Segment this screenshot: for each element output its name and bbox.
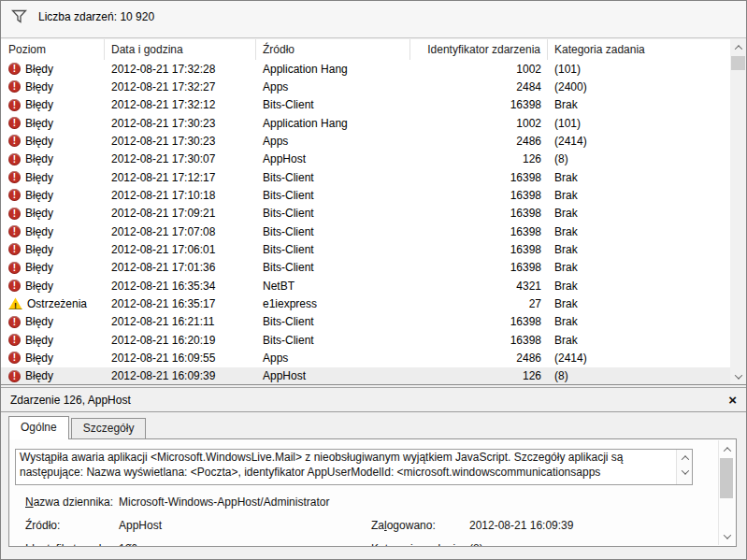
event-id-cell: 4321 bbox=[410, 277, 548, 294]
table-row[interactable]: Błędy 2012-08-21 17:12:17 Bits-Client 16… bbox=[1, 168, 730, 186]
event-id-cell: 16398 bbox=[410, 240, 548, 258]
level-cell: Błędy bbox=[25, 171, 53, 184]
event-id-cell: 16398 bbox=[410, 259, 548, 277]
event-id-cell: 2486 bbox=[410, 132, 548, 150]
scroll-up-arrow-icon[interactable] bbox=[677, 451, 693, 465]
event-id-cell: 27 bbox=[410, 294, 548, 312]
source-cell: Apps bbox=[256, 132, 410, 150]
scroll-down-arrow-icon[interactable] bbox=[730, 368, 746, 384]
category-cell: (8) bbox=[548, 151, 730, 168]
table-row[interactable]: Błędy 2012-08-21 17:06:01 Bits-Client 16… bbox=[1, 240, 730, 258]
event-id-label: Identyfikator zdarzenia: bbox=[25, 542, 119, 547]
table-row[interactable]: Błędy 2012-08-21 17:30:23 Application Ha… bbox=[1, 114, 730, 132]
event-description: Wystąpiła awaria aplikacji <Microsoft.Wi… bbox=[16, 450, 692, 480]
datetime-cell: 2012-08-21 17:07:08 bbox=[105, 223, 256, 240]
category-cell: Brak bbox=[548, 223, 730, 240]
error-icon bbox=[8, 243, 21, 255]
event-id-cell: 1002 bbox=[410, 114, 548, 132]
tab-details[interactable]: Szczegóły bbox=[71, 418, 147, 438]
error-icon bbox=[8, 316, 21, 328]
table-row[interactable]: Błędy 2012-08-21 17:30:07 AppHost 126 (8… bbox=[1, 151, 730, 168]
column-header-event-id[interactable]: Identyfikator zdarzenia bbox=[410, 39, 548, 60]
datetime-cell: 2012-08-21 17:30:07 bbox=[105, 151, 256, 168]
level-cell: Błędy bbox=[25, 63, 53, 76]
source-cell: Bits-Client bbox=[256, 186, 410, 204]
table-row[interactable]: Błędy 2012-08-21 17:10:18 Bits-Client 16… bbox=[1, 186, 730, 204]
table-row[interactable]: Błędy 2012-08-21 17:07:08 Bits-Client 16… bbox=[1, 223, 730, 240]
category-cell: Brak bbox=[548, 168, 730, 186]
tab-general-content: Wystąpiła awaria aplikacji <Microsoft.Wi… bbox=[8, 438, 737, 547]
log-name-value: Microsoft-Windows-AppHost/Administrator bbox=[119, 495, 329, 509]
category-value: (8) bbox=[469, 542, 483, 547]
scroll-up-arrow-icon[interactable] bbox=[730, 39, 746, 55]
source-cell: AppHost bbox=[256, 151, 410, 168]
category-cell: Brak bbox=[548, 186, 730, 204]
datetime-cell: 2012-08-21 17:06:01 bbox=[105, 240, 256, 258]
table-row[interactable]: Błędy 2012-08-21 17:09:21 Bits-Client 16… bbox=[1, 205, 730, 223]
details-scrollbar[interactable] bbox=[718, 440, 733, 545]
scrollbar-thumb[interactable] bbox=[731, 56, 745, 70]
details-tabs: Ogólne Szczegóły bbox=[1, 412, 746, 438]
table-row[interactable]: Błędy 2012-08-21 17:01:36 Bits-Client 16… bbox=[1, 259, 730, 277]
details-title-bar: Zdarzenie 126, AppHost × bbox=[1, 388, 746, 412]
category-cell: Brak bbox=[548, 313, 730, 331]
source-cell: Bits-Client bbox=[256, 205, 410, 223]
level-cell: Błędy bbox=[25, 243, 53, 256]
level-cell: Błędy bbox=[25, 135, 53, 148]
level-cell: Błędy bbox=[25, 80, 53, 93]
scroll-down-arrow-icon[interactable] bbox=[677, 465, 693, 479]
tab-general[interactable]: Ogólne bbox=[8, 416, 69, 439]
table-row[interactable]: Ostrzeżenia 2012-08-21 16:35:17 e1iexpre… bbox=[1, 294, 730, 312]
column-header-datetime[interactable]: Data i godzina bbox=[105, 39, 256, 60]
column-header-level[interactable]: Poziom bbox=[1, 39, 105, 60]
datetime-cell: 2012-08-21 16:09:55 bbox=[105, 349, 256, 366]
table-row[interactable]: Błędy 2012-08-21 16:09:55 Apps 2486 (241… bbox=[1, 349, 730, 366]
event-description-box[interactable]: Wystąpiła awaria aplikacji <Microsoft.Wi… bbox=[15, 449, 693, 485]
events-scrollbar[interactable] bbox=[730, 39, 746, 384]
level-cell: Ostrzeżenia bbox=[27, 297, 87, 310]
event-id-cell: 1002 bbox=[410, 60, 548, 78]
error-icon bbox=[8, 153, 21, 165]
table-row[interactable]: Błędy 2012-08-21 17:30:23 Apps 2486 (241… bbox=[1, 132, 730, 150]
error-icon bbox=[8, 99, 21, 111]
column-header-category[interactable]: Kategoria zadania bbox=[548, 39, 730, 60]
table-row[interactable]: Błędy 2012-08-21 16:20:19 Bits-Client 16… bbox=[1, 331, 730, 349]
category-cell: (2400) bbox=[548, 78, 730, 95]
close-icon[interactable]: × bbox=[728, 394, 737, 407]
table-header: Poziom Data i godzina Źródło Identyfikat… bbox=[1, 39, 730, 60]
logged-value: 2012-08-21 16:09:39 bbox=[469, 519, 573, 532]
description-scrollbar[interactable] bbox=[676, 450, 692, 484]
scrollbar-thumb[interactable] bbox=[720, 458, 733, 498]
datetime-cell: 2012-08-21 17:10:18 bbox=[105, 186, 256, 204]
table-row[interactable]: Błędy 2012-08-21 17:32:12 Bits-Client 16… bbox=[1, 96, 730, 114]
level-cell: Błędy bbox=[25, 280, 53, 293]
event-details-panel: Zdarzenie 126, AppHost × Ogólne Szczegół… bbox=[1, 387, 746, 559]
scroll-down-arrow-icon[interactable] bbox=[719, 528, 735, 544]
filter-icon bbox=[11, 9, 27, 24]
event-id-cell: 126 bbox=[410, 367, 548, 384]
events-count-label: Liczba zdarzeń: 10 920 bbox=[38, 9, 154, 23]
table-row[interactable]: Błędy 2012-08-21 16:35:34 NetBT 4321 Bra… bbox=[1, 277, 730, 294]
error-icon bbox=[8, 225, 21, 237]
source-cell: Bits-Client bbox=[256, 259, 410, 277]
table-row[interactable]: Błędy 2012-08-21 17:32:27 Apps 2484 (240… bbox=[1, 78, 730, 95]
level-cell: Błędy bbox=[25, 189, 53, 202]
category-cell: Brak bbox=[548, 331, 730, 349]
error-icon bbox=[8, 334, 21, 346]
table-row[interactable]: Błędy 2012-08-21 17:32:28 Application Ha… bbox=[1, 60, 730, 78]
event-id-cell: 2484 bbox=[410, 78, 548, 95]
event-id-cell: 16398 bbox=[410, 223, 548, 240]
error-icon bbox=[8, 63, 21, 75]
category-cell: (2414) bbox=[548, 132, 730, 150]
level-cell: Błędy bbox=[25, 152, 53, 165]
table-row[interactable]: Błędy 2012-08-21 16:09:39 AppHost 126 (8… bbox=[1, 367, 730, 384]
scroll-up-arrow-icon[interactable] bbox=[719, 441, 735, 457]
datetime-cell: 2012-08-21 17:32:28 bbox=[105, 60, 256, 78]
source-cell: Bits-Client bbox=[256, 96, 410, 114]
column-header-source[interactable]: Źródło bbox=[256, 39, 410, 60]
table-row[interactable]: Błędy 2012-08-21 16:21:11 Bits-Client 16… bbox=[1, 313, 730, 331]
event-id-cell: 16398 bbox=[410, 331, 548, 349]
level-cell: Błędy bbox=[25, 225, 53, 238]
event-id-cell: 16398 bbox=[410, 96, 548, 114]
level-cell: Błędy bbox=[25, 352, 53, 365]
